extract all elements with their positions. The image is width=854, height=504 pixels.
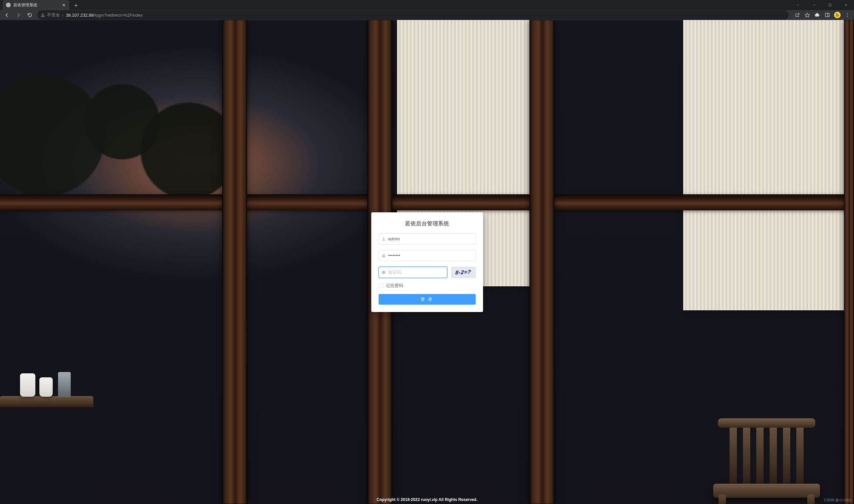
svg-rect-1 [829,4,831,6]
url-host: 39.107.232.89 [66,13,93,18]
side-panel-icon[interactable] [823,10,832,20]
url-text: 39.107.232.89/login?redirect=%2Findex [66,13,142,18]
bg-table [0,347,93,407]
url-path: /login?redirect=%2Findex [94,13,143,18]
captcha-field-wrap[interactable] [379,267,447,278]
globe-icon: ◌ [6,3,11,7]
page-viewport: 若依后台管理系统 8-2=? [0,20,854,504]
watermark-text: CSDN @小小印z [824,498,851,503]
not-secure-label: 不安全 [47,12,60,18]
footer-copyright: Copyright © 2018-2022 ruoyi.vip All Righ… [0,497,854,502]
bg-beam-horizontal [0,194,854,210]
close-icon[interactable]: ✕ [62,3,66,7]
kebab-menu-icon[interactable] [843,10,852,20]
bg-beam [529,20,554,504]
address-bar[interactable]: 不安全 | 39.107.232.89/login?redirect=%2Fin… [37,10,789,20]
extensions-icon[interactable] [813,10,822,20]
username-field-wrap[interactable] [379,233,476,245]
captcha-row: 8-2=? [379,267,476,278]
bg-trees [0,49,222,194]
bg-beam [222,20,247,504]
bg-beam [844,20,854,504]
svg-point-12 [383,237,384,239]
remember-label: 记住密码 [386,283,403,289]
window-controls [790,0,854,10]
bg-curtain [683,20,854,310]
window-maximize-button[interactable] [823,0,837,10]
browser-tab-active[interactable]: ◌ 若依管理系统 ✕ [3,0,69,10]
username-input[interactable] [388,234,475,244]
toolbar-right: 🦆 [791,10,852,20]
remember-checkbox[interactable] [379,283,383,288]
avatar-icon: 🦆 [834,12,841,18]
svg-marker-6 [805,13,809,17]
login-button[interactable]: 登 录 [379,294,476,305]
tab-title: 若依管理系统 [13,2,59,8]
captcha-input[interactable] [388,267,447,278]
login-title: 若依后台管理系统 [379,220,476,227]
nav-forward-button[interactable] [13,10,23,20]
svg-point-10 [847,15,848,15]
window-close-button[interactable] [839,0,853,10]
not-secure-badge: 不安全 | [41,12,63,18]
window-minimize-button[interactable] [807,0,821,10]
browser-toolbar: 不安全 | 39.107.232.89/login?redirect=%2Fin… [0,10,854,20]
login-card: 若依后台管理系统 8-2=? [371,212,483,312]
lock-icon [379,253,388,258]
bg-chair [713,414,820,504]
nav-reload-button[interactable] [25,10,35,20]
tab-strip: ◌ 若依管理系统 ✕ ＋ [0,0,854,10]
captcha-text: 8-2=? [455,269,471,275]
nav-back-button[interactable] [2,10,12,20]
bookmark-star-icon[interactable] [803,10,812,20]
shield-check-icon [379,270,388,275]
svg-rect-13 [382,255,385,257]
tab-search-button[interactable] [790,0,805,10]
svg-point-11 [847,16,848,17]
remember-password[interactable]: 记住密码 [379,283,476,289]
svg-point-5 [43,16,43,16]
share-icon[interactable] [792,10,802,20]
password-input[interactable] [388,250,475,261]
profile-avatar[interactable]: 🦆 [833,10,842,20]
password-field-wrap[interactable] [379,250,476,261]
svg-point-9 [847,13,848,14]
captcha-image[interactable]: 8-2=? [451,267,476,278]
new-tab-button[interactable]: ＋ [71,1,81,10]
svg-rect-7 [825,13,829,17]
user-icon [379,237,388,241]
browser-chrome: ◌ 若依管理系统 ✕ ＋ [0,0,854,20]
